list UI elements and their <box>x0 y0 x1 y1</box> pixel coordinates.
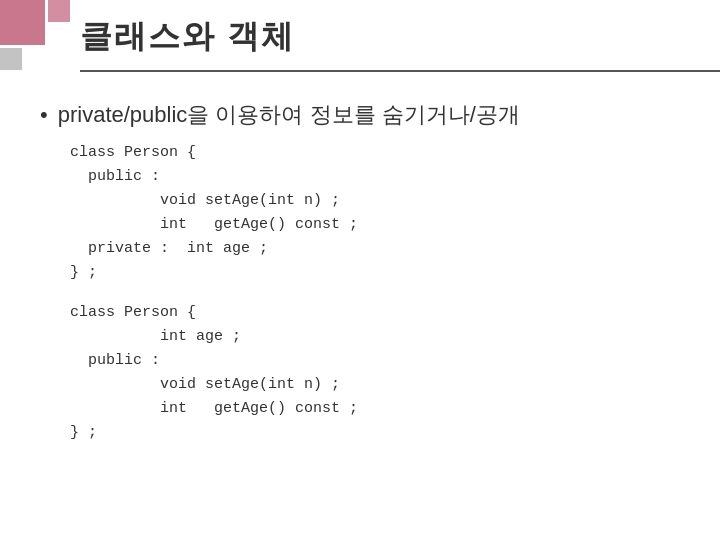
content-area: • private/public을 이용하여 정보를 숨기거나/공개 class… <box>40 90 700 520</box>
top-decoration <box>0 0 80 80</box>
code2-line-5: int getAge() const ; <box>70 397 700 421</box>
bullet-dot: • <box>40 102 48 128</box>
code-block-1: class Person { public : void setAge(int … <box>70 141 700 285</box>
code2-line-3: public : <box>70 349 700 373</box>
code2-line-1: class Person { <box>70 301 700 325</box>
code1-line-1: class Person { <box>70 141 700 165</box>
bullet-text: private/public을 이용하여 정보를 숨기거나/공개 <box>58 100 520 131</box>
code1-line-3: void setAge(int n) ; <box>70 189 700 213</box>
code1-line-5: private : int age ; <box>70 237 700 261</box>
deco-square-pink-small <box>48 0 70 22</box>
code2-line-2: int age ; <box>70 325 700 349</box>
bullet-item: • private/public을 이용하여 정보를 숨기거나/공개 class… <box>40 100 700 445</box>
code-block-2: class Person { int age ; public : void s… <box>70 301 700 445</box>
code2-line-4: void setAge(int n) ; <box>70 373 700 397</box>
code1-line-4: int getAge() const ; <box>70 213 700 237</box>
code1-line-6: } ; <box>70 261 700 285</box>
slide: 클래스와 객체 • private/public을 이용하여 정보를 숨기거나/… <box>0 0 720 540</box>
code2-line-6: } ; <box>70 421 700 445</box>
slide-title: 클래스와 객체 <box>80 15 295 59</box>
code1-line-2: public : <box>70 165 700 189</box>
bullet-header: • private/public을 이용하여 정보를 숨기거나/공개 <box>40 100 700 131</box>
title-bar: 클래스와 객체 <box>80 12 720 72</box>
deco-square-pink-large <box>0 0 45 45</box>
deco-square-gray <box>0 48 22 70</box>
